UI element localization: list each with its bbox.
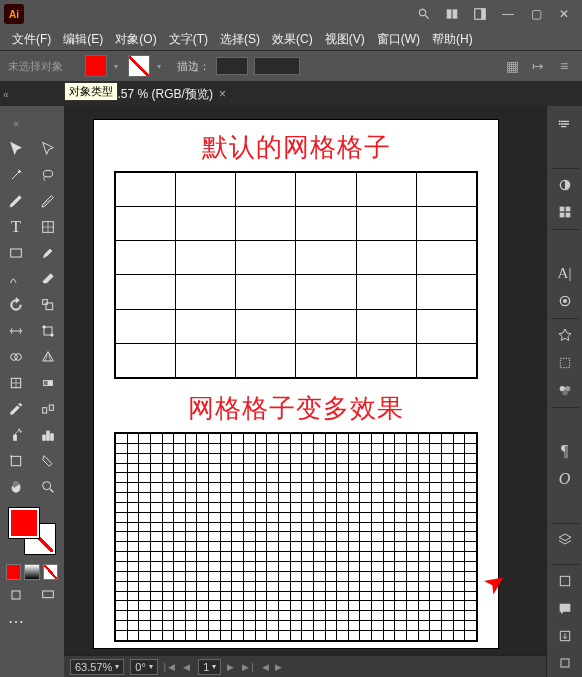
appearance-panel-icon[interactable]	[547, 288, 583, 315]
paintbrush-tool[interactable]	[32, 240, 64, 266]
pen-tool[interactable]	[0, 188, 32, 214]
artboard-nav-prev[interactable]: ◀	[183, 662, 192, 672]
none-mode[interactable]	[43, 564, 58, 580]
hand-tool[interactable]	[0, 474, 32, 500]
screen-mode[interactable]	[32, 582, 64, 608]
properties-panel-icon[interactable]	[547, 110, 583, 137]
document-tab-close[interactable]: ×	[219, 87, 226, 101]
transform-icon[interactable]: ↦	[528, 56, 548, 76]
stroke-panel-icon[interactable]	[547, 492, 583, 519]
svg-rect-30	[47, 431, 50, 440]
shaper-tool[interactable]	[0, 266, 32, 292]
rectangular-grid-tool[interactable]	[32, 214, 64, 240]
zoom-tool[interactable]	[32, 474, 64, 500]
workspace-switcher-icon[interactable]	[470, 4, 490, 24]
edit-toolbar[interactable]: ⋯	[0, 608, 32, 634]
tab-handle-left[interactable]: «	[0, 82, 12, 106]
arrange-docs-icon[interactable]	[442, 4, 462, 24]
stroke-width-input[interactable]	[216, 57, 248, 75]
layers-panel-icon[interactable]	[547, 527, 583, 554]
rotate-select[interactable]: 0°▾	[130, 659, 158, 675]
fill-swatch[interactable]	[85, 55, 107, 77]
shape-builder-tool[interactable]	[0, 344, 32, 370]
color-guide-panel-icon[interactable]	[547, 376, 583, 403]
magic-wand-tool[interactable]	[0, 162, 32, 188]
free-transform-tool[interactable]	[32, 318, 64, 344]
rotate-tool[interactable]	[0, 292, 32, 318]
default-grid[interactable]	[114, 171, 478, 379]
scale-tool[interactable]	[32, 292, 64, 318]
menu-edit[interactable]: 编辑(E)	[57, 29, 109, 50]
css-panel-icon[interactable]	[547, 568, 583, 595]
slice-tool[interactable]	[32, 448, 64, 474]
options-menu-icon[interactable]: ≡	[554, 56, 574, 76]
maximize-button[interactable]: ▢	[522, 4, 550, 24]
svg-point-14	[51, 334, 54, 337]
draw-mode[interactable]	[0, 582, 32, 608]
stroke-dropdown[interactable]: ▾	[157, 62, 165, 70]
artboard-nav-first[interactable]: |◀	[164, 662, 177, 672]
comment-panel-icon[interactable]	[547, 595, 583, 622]
menu-window[interactable]: 窗口(W)	[371, 29, 426, 50]
menu-object[interactable]: 对象(O)	[109, 29, 162, 50]
blend-tool[interactable]	[32, 396, 64, 422]
libraries-panel-icon[interactable]	[547, 137, 583, 164]
search-icon[interactable]	[414, 4, 434, 24]
transform-panel-icon[interactable]	[547, 349, 583, 376]
paragraph-panel-icon[interactable]: ¶	[547, 438, 583, 465]
asset-export-panel-icon[interactable]	[547, 622, 583, 649]
lasso-tool[interactable]	[32, 162, 64, 188]
type-tool[interactable]: T	[0, 214, 32, 240]
stroke-swatch[interactable]	[128, 55, 150, 77]
artboard-select[interactable]: 1▾	[198, 659, 221, 675]
artboard-nav-next[interactable]: ▶	[227, 662, 236, 672]
opentype-panel-icon[interactable]: O	[547, 465, 583, 492]
artboard[interactable]: 默认的网格格子 网格格子变多效果 ➤	[94, 120, 498, 648]
width-tool[interactable]	[0, 318, 32, 344]
menu-select[interactable]: 选择(S)	[214, 29, 266, 50]
eraser-tool[interactable]	[32, 266, 64, 292]
minimize-button[interactable]: —	[494, 4, 522, 24]
symbols-panel-icon[interactable]	[547, 322, 583, 349]
character-panel-icon[interactable]: A|	[547, 260, 583, 287]
color-panel-icon[interactable]	[547, 172, 583, 199]
tab-handle[interactable]: «	[0, 110, 32, 136]
svg-rect-1	[453, 9, 458, 18]
menu-file[interactable]: 文件(F)	[6, 29, 57, 50]
selection-tool[interactable]	[0, 136, 32, 162]
fill-dropdown[interactable]: ▾	[114, 62, 122, 70]
align-panel-icon[interactable]	[547, 411, 583, 438]
svg-rect-29	[43, 435, 46, 440]
svg-rect-63	[561, 659, 569, 667]
menu-view[interactable]: 视图(V)	[319, 29, 371, 50]
canvas-viewport[interactable]: 默认的网格格子 网格格子变多效果 ➤	[64, 106, 546, 655]
artboard-tool[interactable]	[0, 448, 32, 474]
brushes-panel-icon[interactable]	[547, 233, 583, 260]
perspective-grid-tool[interactable]	[32, 344, 64, 370]
dense-grid[interactable]	[114, 432, 478, 642]
fill-color[interactable]	[9, 508, 39, 538]
menu-help[interactable]: 帮助(H)	[426, 29, 479, 50]
eyedropper-tool[interactable]	[0, 396, 32, 422]
artboard-nav-last[interactable]: ▶|	[242, 662, 255, 672]
close-button[interactable]: ✕	[550, 4, 578, 24]
swatches-panel-icon[interactable]	[547, 199, 583, 226]
color-mode[interactable]	[6, 564, 21, 580]
artboard-nav-alt[interactable]: ◀ ▶	[262, 662, 285, 672]
zoom-select[interactable]: 63.57%▾	[70, 659, 124, 675]
artboards-panel-icon[interactable]	[547, 650, 583, 677]
direct-selection-tool[interactable]	[32, 136, 64, 162]
fill-stroke-control[interactable]	[7, 506, 57, 556]
svg-rect-32	[11, 456, 20, 465]
column-graph-tool[interactable]	[32, 422, 64, 448]
gradient-tool[interactable]	[32, 370, 64, 396]
menu-type[interactable]: 文字(T)	[163, 29, 214, 50]
stroke-profile-select[interactable]	[254, 57, 300, 75]
rectangle-tool[interactable]	[0, 240, 32, 266]
mesh-tool[interactable]	[0, 370, 32, 396]
menu-effect[interactable]: 效果(C)	[266, 29, 319, 50]
align-icon[interactable]: ▦	[502, 56, 522, 76]
symbol-sprayer-tool[interactable]	[0, 422, 32, 448]
gradient-mode[interactable]	[24, 564, 39, 580]
curvature-tool[interactable]	[32, 188, 64, 214]
